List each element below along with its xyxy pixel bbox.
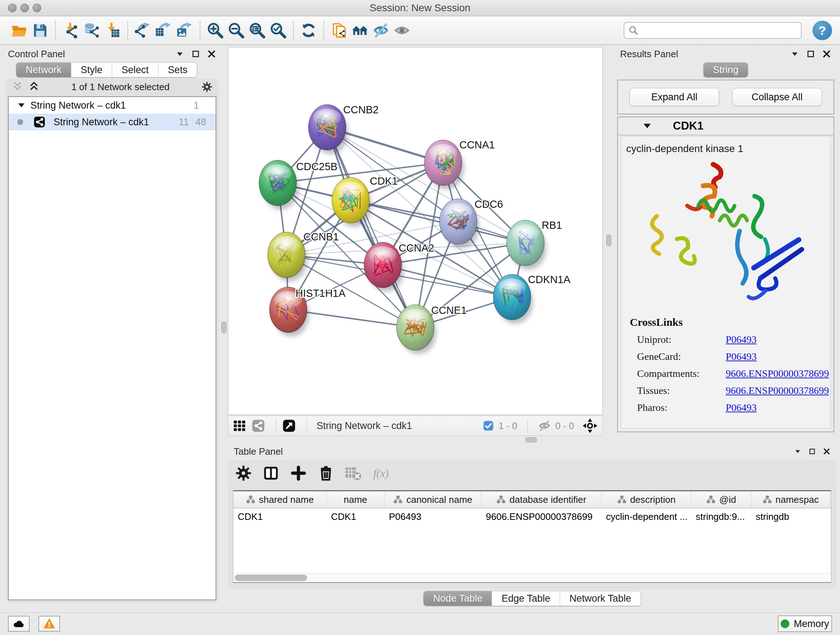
zoom-fit-button[interactable] bbox=[247, 19, 268, 41]
import-network-file-button[interactable] bbox=[60, 19, 81, 41]
tab-select[interactable]: Select bbox=[112, 63, 158, 77]
import-network-database-button[interactable] bbox=[81, 19, 102, 41]
birdseye-icon[interactable] bbox=[582, 418, 598, 434]
grid-view-button[interactable] bbox=[233, 419, 246, 432]
search-field[interactable] bbox=[639, 23, 801, 38]
zoom-out-button[interactable] bbox=[226, 19, 247, 41]
crosslink-link[interactable]: P06493 bbox=[726, 402, 757, 413]
export-image-button[interactable] bbox=[174, 19, 195, 41]
node-CCNA2[interactable]: CCNA2 bbox=[364, 242, 434, 292]
table-cell[interactable]: 9606.ENSP00000378699 bbox=[482, 508, 602, 525]
panel-float-icon[interactable] bbox=[806, 49, 815, 59]
show-all-button[interactable] bbox=[392, 19, 412, 41]
table-cell[interactable]: stringdb:9... bbox=[691, 508, 752, 525]
open-in-window-button[interactable] bbox=[282, 419, 296, 432]
expand-all-icon[interactable] bbox=[28, 81, 40, 93]
left-splitter-handle[interactable] bbox=[221, 321, 226, 333]
hide-selected-button[interactable] bbox=[370, 19, 392, 41]
table-cell[interactable]: cyclin-dependent ... bbox=[602, 508, 691, 525]
panel-float-icon[interactable] bbox=[808, 448, 816, 455]
scrollbar-thumb[interactable] bbox=[235, 575, 307, 581]
delete-column-button[interactable] bbox=[317, 465, 334, 481]
hidden-eye-icon[interactable] bbox=[538, 419, 551, 432]
node-HIST1H1A[interactable]: HIST1H1A bbox=[270, 287, 346, 337]
first-neighbors-button[interactable] bbox=[349, 19, 370, 41]
table-horizontal-scrollbar[interactable] bbox=[233, 573, 831, 582]
update-view-button[interactable] bbox=[298, 19, 319, 41]
crosslink-link[interactable]: 9606.ENSP00000378699 bbox=[726, 368, 829, 379]
panel-float-icon[interactable] bbox=[191, 49, 201, 59]
toolbar-separator bbox=[324, 21, 324, 40]
column-header-shared-name[interactable]: shared name bbox=[233, 491, 327, 508]
entry-header[interactable]: CDK1 bbox=[618, 117, 834, 135]
panel-close-icon[interactable] bbox=[207, 49, 216, 59]
node-CCNA1[interactable]: CCNA1 bbox=[424, 139, 495, 189]
tab-network[interactable]: Network bbox=[16, 63, 71, 77]
column-settings-button[interactable] bbox=[235, 465, 252, 481]
show-columns-button[interactable] bbox=[263, 465, 279, 481]
panel-close-icon[interactable] bbox=[823, 448, 831, 455]
node-CCNE1[interactable]: CCNE1 bbox=[396, 304, 467, 355]
column-header-namespac[interactable]: namespac bbox=[752, 491, 830, 508]
collapse-entry-icon[interactable] bbox=[642, 120, 653, 131]
network-collection-row[interactable]: String Network – cdk1 1 bbox=[9, 97, 216, 114]
node-RB1[interactable]: RB1 bbox=[507, 219, 562, 270]
memory-button[interactable]: Memory bbox=[778, 616, 832, 632]
node-CDC6[interactable]: CDC6 bbox=[439, 198, 503, 249]
node-CDKN1A[interactable]: CDKN1A bbox=[493, 274, 571, 324]
panel-close-icon[interactable] bbox=[822, 49, 831, 59]
app-store-button[interactable] bbox=[8, 616, 30, 632]
create-column-button[interactable] bbox=[290, 465, 307, 481]
column-header-database-identifier[interactable]: database identifier bbox=[482, 491, 602, 508]
bottom-splitter-handle[interactable] bbox=[525, 437, 537, 442]
table-cell[interactable]: stringdb bbox=[752, 508, 830, 525]
zoom-selected-button[interactable] bbox=[268, 19, 289, 41]
tab-network-table[interactable]: Network Table bbox=[560, 591, 641, 606]
collapse-all-icon[interactable] bbox=[11, 81, 23, 93]
zoom-in-button[interactable] bbox=[205, 19, 226, 41]
column-header-canonical-name[interactable]: canonical name bbox=[385, 491, 482, 508]
network-share-button[interactable] bbox=[251, 419, 265, 432]
open-file-button[interactable] bbox=[9, 19, 30, 41]
tab-sets[interactable]: Sets bbox=[158, 63, 197, 77]
save-session-button[interactable] bbox=[30, 19, 51, 41]
tab-node-table[interactable]: Node Table bbox=[424, 591, 492, 606]
column-header-description[interactable]: description bbox=[602, 491, 691, 508]
export-table-button[interactable] bbox=[153, 19, 174, 41]
selected-checkbox-icon[interactable] bbox=[483, 420, 494, 432]
node-CDC25B[interactable]: CDC25B bbox=[259, 160, 338, 210]
gear-icon[interactable] bbox=[201, 81, 213, 93]
clone-network-button[interactable] bbox=[328, 19, 349, 41]
column-header-@id[interactable]: @id bbox=[691, 491, 752, 508]
table-cell[interactable]: CDK1 bbox=[233, 508, 327, 525]
network-view-canvas[interactable]: CCNB2CCNA1CDC25BCDK1CDC6RB1CCNB1CCNA2CDK… bbox=[228, 47, 603, 415]
table-row[interactable]: CDK1CDK1P064939606.ENSP00000378699cyclin… bbox=[233, 508, 831, 525]
crosslink-link[interactable]: P06493 bbox=[726, 351, 757, 363]
crosslink-link[interactable]: 9606.ENSP00000378699 bbox=[726, 385, 829, 396]
table-cell[interactable]: CDK1 bbox=[327, 508, 385, 525]
tab-edge-table[interactable]: Edge Table bbox=[492, 591, 560, 606]
panel-menu-icon[interactable] bbox=[175, 49, 185, 59]
panel-menu-icon[interactable] bbox=[794, 448, 802, 455]
warnings-button[interactable] bbox=[38, 616, 60, 632]
help-button[interactable]: ? bbox=[813, 21, 832, 40]
node-CCNB1[interactable]: CCNB1 bbox=[268, 231, 339, 282]
import-table-file-button[interactable] bbox=[102, 19, 123, 41]
table-cell[interactable]: P06493 bbox=[385, 508, 482, 525]
right-splitter-handle[interactable] bbox=[606, 234, 611, 246]
tab-style[interactable]: Style bbox=[71, 63, 112, 77]
node-CDK1[interactable]: CDK1 bbox=[332, 175, 398, 227]
crosslink-link[interactable]: P06493 bbox=[726, 334, 757, 345]
node-CCNB2[interactable]: CCNB2 bbox=[309, 104, 379, 154]
string-network-graph[interactable]: CCNB2CCNA1CDC25BCDK1CDC6RB1CCNB1CCNA2CDK… bbox=[228, 48, 602, 415]
zoom-in-icon bbox=[207, 22, 224, 39]
tab-string[interactable]: String bbox=[704, 63, 748, 77]
collapse-all-button[interactable]: Collapse All bbox=[732, 88, 822, 106]
column-header-name[interactable]: name bbox=[327, 491, 385, 508]
expander-icon[interactable] bbox=[17, 101, 26, 110]
expand-all-button[interactable]: Expand All bbox=[630, 88, 719, 106]
export-network-button[interactable] bbox=[133, 19, 153, 41]
panel-menu-icon[interactable] bbox=[790, 49, 799, 59]
network-row-selected[interactable]: String Network – cdk1 11 48 bbox=[9, 114, 216, 130]
search-input[interactable] bbox=[624, 22, 802, 39]
